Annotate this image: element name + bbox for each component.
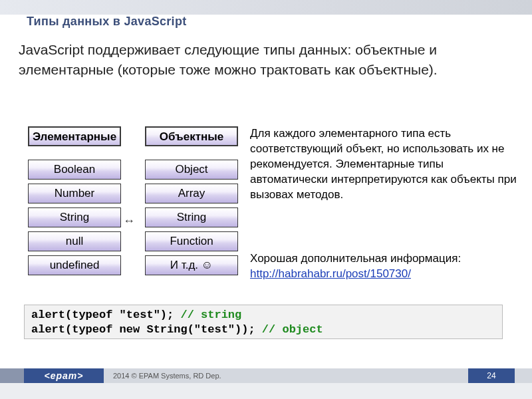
slide-title: Типы данных в JavaScript — [27, 15, 187, 29]
type-etc: И т.д. ☺ — [145, 255, 238, 275]
habrahabr-link[interactable]: http://habrahabr.ru/post/150730/ — [250, 267, 411, 280]
slide: Типы данных в JavaScript JavaScript подд… — [0, 0, 532, 399]
page-number: 24 — [468, 368, 515, 383]
column-object: Объектные Object Array String Function И… — [145, 126, 238, 279]
type-array: Array — [145, 184, 238, 203]
footer-stripe-left — [0, 368, 24, 383]
column-elementary: Элементарные Boolean Number String null … — [28, 126, 121, 279]
type-number: Number — [28, 184, 121, 203]
type-boolean: Boolean — [28, 160, 121, 180]
type-object: Object — [145, 160, 238, 180]
type-string-elem: String — [28, 207, 121, 227]
additional-info-label: Хорошая дополнительная информация: — [250, 252, 461, 265]
type-undefined: undefined — [28, 255, 121, 275]
header-elementary: Элементарные — [28, 126, 121, 146]
code-line2: alert(typeof new String("test")); — [31, 323, 262, 336]
footer-stripe-right — [515, 368, 532, 383]
top-stripe — [0, 0, 532, 15]
footer: <epam> 2014 © EPAM Systems, RD Dep. 24 — [0, 368, 532, 383]
bottom-bar — [0, 383, 532, 399]
additional-info: Хорошая дополнительная информация: http:… — [250, 251, 517, 282]
type-string-obj: String — [145, 207, 238, 227]
code-line1: alert(typeof "test"); — [31, 309, 180, 321]
code-comment1: // string — [180, 309, 241, 321]
footer-credit: 2014 © EPAM Systems, RD Dep. — [104, 368, 468, 383]
type-null: null — [28, 231, 121, 251]
code-block: alert(typeof "test"); // string alert(ty… — [24, 305, 503, 339]
bidirectional-arrow-icon: ↔ — [123, 214, 135, 228]
header-object: Объектные — [145, 126, 238, 146]
type-function: Function — [145, 231, 238, 251]
footer-logo: <epam> — [24, 368, 104, 383]
right-paragraph: Для каждого элементарного типа есть соот… — [250, 126, 517, 203]
intro-text: JavaScript поддерживает следующие типы д… — [19, 40, 513, 80]
code-comment2: // object — [262, 323, 323, 336]
